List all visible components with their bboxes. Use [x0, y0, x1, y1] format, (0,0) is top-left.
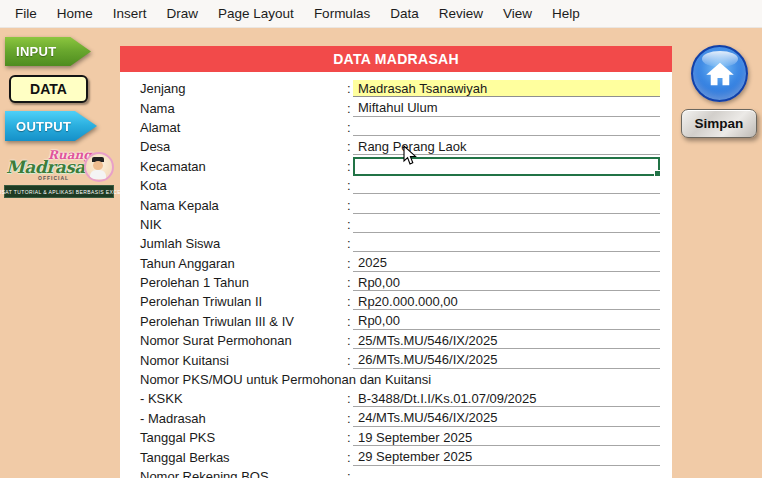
field-label: Tahun Anggaran — [140, 256, 347, 271]
field-value-cell[interactable]: 19 September 2025 — [353, 429, 660, 446]
save-button-label: Simpan — [695, 116, 744, 131]
logo-banner: PUSAT TUTORIAL & APLIKASI BERBASIS EXCEL — [4, 185, 114, 198]
data-button[interactable]: DATA — [9, 75, 88, 103]
form-title-bar: DATA MADRASAH — [120, 46, 672, 72]
field-label: Kecamatan — [140, 159, 347, 174]
menu-item-page-layout[interactable]: Page Layout — [218, 6, 294, 21]
form-row: Nomor PKS/MOU untuk Permohonan dan Kuita… — [120, 370, 672, 389]
field-label: Nomor Surat Permohonan — [140, 333, 347, 348]
output-button-label: OUTPUT — [16, 119, 71, 134]
field-label: Tanggal PKS — [140, 430, 347, 445]
field-value-cell[interactable]: Rp0,00 — [353, 313, 660, 330]
menu-item-review[interactable]: Review — [439, 6, 483, 21]
form-row: Kecamatan: — [120, 157, 672, 176]
form-row: Nomor Surat Permohonan:25/MTs.MU/546/IX/… — [120, 331, 672, 350]
form-row: Nama Kepala: — [120, 195, 672, 214]
menu-item-formulas[interactable]: Formulas — [314, 6, 370, 21]
form-row: Tanggal Berkas:29 September 2025 — [120, 447, 672, 466]
field-value-cell[interactable] — [353, 177, 660, 194]
field-value-cell[interactable]: Rp20.000.000,00 — [353, 293, 660, 310]
field-label: - KSKK — [140, 391, 347, 406]
field-label: Perolehan Triwulan III & IV — [140, 314, 347, 329]
form-row: Tanggal PKS:19 September 2025 — [120, 428, 672, 447]
output-button[interactable]: OUTPUT — [5, 111, 97, 141]
field-value-cell[interactable]: 24/MTs.MU/546/IX/2025 — [353, 410, 660, 427]
menu-item-draw[interactable]: Draw — [167, 6, 199, 21]
field-label: Nama Kepala — [140, 198, 347, 213]
field-label: Perolehan Triwulan II — [140, 294, 347, 309]
form-row: Alamat: — [120, 118, 672, 137]
input-button[interactable]: INPUT — [5, 37, 91, 66]
menu-item-help[interactable]: Help — [552, 6, 580, 21]
form-row: Perolehan 1 Tahun:Rp0,00 — [120, 273, 672, 292]
form-row: Nomor Rekening BOS: — [120, 467, 672, 478]
logo-avatar — [84, 152, 114, 182]
form-row: Nama:Miftahul Ulum — [120, 98, 672, 117]
field-value-cell[interactable]: Rang Perang Laok — [353, 138, 660, 155]
field-value-cell[interactable] — [353, 197, 660, 214]
field-value-cell[interactable] — [353, 235, 660, 252]
field-label: Perolehan 1 Tahun — [140, 275, 347, 290]
home-icon — [705, 60, 735, 88]
field-value-cell[interactable]: Miftahul Ulum — [353, 100, 660, 117]
field-label: Nomor Rekening BOS — [140, 469, 347, 478]
field-label: Jumlah Siswa — [140, 236, 347, 251]
field-value-cell[interactable] — [353, 216, 660, 233]
form-row: - Madrasah:24/MTs.MU/546/IX/2025 — [120, 409, 672, 428]
form-row: Desa:Rang Perang Laok — [120, 137, 672, 156]
ruang-madrasah-logo: Ruang Madrasah OFFICIAL PUSAT TUTORIAL &… — [4, 150, 116, 202]
field-value-cell[interactable] — [353, 468, 660, 478]
form-row: Perolehan Triwulan II:Rp20.000.000,00 — [120, 292, 672, 311]
home-button[interactable] — [691, 45, 748, 102]
form-row: Nomor Kuitansi:26/MTs.MU/546/IX/2025 — [120, 350, 672, 369]
logo-sub-word: OFFICIAL — [38, 175, 69, 181]
logo-banner-text: PUSAT TUTORIAL & APLIKASI BERBASIS EXCEL — [0, 189, 124, 195]
menu-item-insert[interactable]: Insert — [113, 6, 147, 21]
field-value-cell[interactable]: 25/MTs.MU/546/IX/2025 — [353, 332, 660, 349]
field-value-cell[interactable]: Madrasah Tsanawiyah — [353, 80, 660, 97]
menu-item-home[interactable]: Home — [57, 6, 93, 21]
field-value-cell[interactable] — [353, 119, 660, 136]
field-label: Tanggal Berkas — [140, 450, 347, 465]
form-row: - KSKK:B-3488/Dt.I.I/Ks.01.07/09/2025 — [120, 389, 672, 408]
field-value-cell[interactable]: 26/MTs.MU/546/IX/2025 — [353, 352, 660, 369]
field-label: - Madrasah — [140, 411, 347, 426]
field-value-cell[interactable]: 2025 — [353, 255, 660, 272]
field-label: Jenjang — [140, 81, 347, 96]
field-label: Kota — [140, 178, 347, 193]
save-button[interactable]: Simpan — [681, 109, 757, 138]
field-label: NIK — [140, 217, 347, 232]
field-label: Nomor Kuitansi — [140, 353, 347, 368]
form-row: NIK: — [120, 215, 672, 234]
menu-item-data[interactable]: Data — [390, 6, 419, 21]
field-value-cell[interactable] — [353, 157, 660, 176]
form-row: Perolehan Triwulan III & IV:Rp0,00 — [120, 312, 672, 331]
form-row: Tahun Anggaran:2025 — [120, 254, 672, 273]
menu-bar: FileHomeInsertDrawPage LayoutFormulasDat… — [0, 0, 762, 28]
menu-item-file[interactable]: File — [15, 6, 37, 21]
data-button-label: DATA — [30, 81, 67, 97]
field-value-cell[interactable]: B-3488/Dt.I.I/Ks.01.07/09/2025 — [353, 390, 660, 407]
form-row: Jenjang:Madrasah Tsanawiyah — [120, 79, 672, 98]
form-title: DATA MADRASAH — [333, 51, 459, 67]
input-button-label: INPUT — [16, 44, 57, 59]
field-value-cell[interactable]: 29 September 2025 — [353, 449, 660, 466]
menu-item-view[interactable]: View — [503, 6, 532, 21]
field-label: Desa — [140, 139, 347, 154]
field-label: Nama — [140, 101, 347, 116]
field-label: Nomor PKS/MOU untuk Permohonan dan Kuita… — [140, 372, 431, 387]
data-madrasah-form: Jenjang:Madrasah TsanawiyahNama:Miftahul… — [120, 72, 672, 478]
form-row: Kota: — [120, 176, 672, 195]
field-value-cell[interactable]: Rp0,00 — [353, 274, 660, 291]
form-row: Jumlah Siswa: — [120, 234, 672, 253]
field-label: Alamat — [140, 120, 347, 135]
